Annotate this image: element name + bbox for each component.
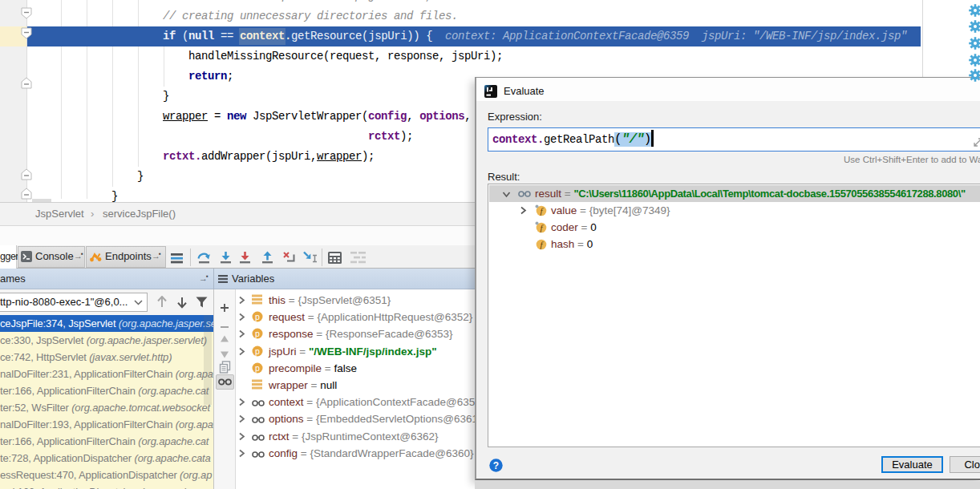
svg-text:p: p xyxy=(255,346,260,356)
svg-text:p: p xyxy=(255,329,260,338)
svg-text:p: p xyxy=(255,312,260,321)
svg-text:?: ? xyxy=(493,460,499,471)
svg-text:p: p xyxy=(255,363,260,373)
